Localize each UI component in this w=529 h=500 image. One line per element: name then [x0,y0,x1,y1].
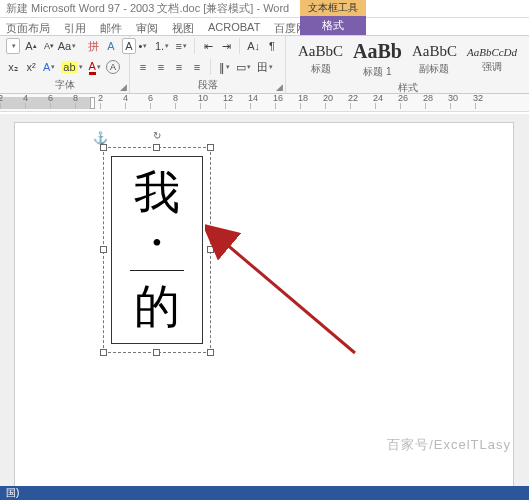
tab-references[interactable]: 引用 [64,21,86,36]
numbering-button[interactable]: 1.▾ [154,38,170,54]
text-line-2: 的 [134,284,180,330]
font-dialog-launcher-icon[interactable]: ◢ [120,82,127,92]
sort-button[interactable]: A↓ [246,38,261,54]
text-dot: • [152,229,162,257]
align-center-button[interactable]: ≡ [154,59,168,75]
window-title: 新建 Microsoft Word 97 - 2003 文档.doc [兼容模式… [6,1,289,16]
ruler-tick [425,103,450,109]
style-item-subtitle[interactable]: AaBbC 副标题 [412,43,457,76]
align-left-button[interactable]: ≡ [136,59,150,75]
status-bar: 国) [0,486,529,500]
highlight-button[interactable]: ab▾ [60,59,83,75]
resize-handle-top-left[interactable] [100,144,107,151]
ruler-tick [225,103,250,109]
increase-indent-button[interactable]: ⇥ [219,38,233,54]
ruler-tick [200,103,225,109]
horizontal-ruler[interactable] [0,94,529,112]
ruler-tick [175,103,200,109]
tab-view[interactable]: 视图 [172,21,194,36]
ruler-tick [350,103,375,109]
paragraph-dialog-launcher-icon[interactable]: ◢ [276,82,283,92]
style-item-title[interactable]: AaBbC 标题 [298,43,343,76]
phonetic-guide-button[interactable]: 拼 [86,38,100,54]
chevron-down-icon: ▾ [12,42,16,50]
justify-button[interactable]: ≡ [190,59,204,75]
font-size-dropdown[interactable]: ▾ [6,38,20,54]
document-area: ⚓ ↻ 我 • 的 百家号 [0,114,529,486]
text-box[interactable]: ↻ 我 • 的 [103,147,211,353]
font-color-button[interactable]: A▾ [88,59,102,75]
subscript-button[interactable]: x₂ [6,59,20,75]
superscript-button[interactable]: x² [24,59,38,75]
text-box-content[interactable]: 我 • 的 [111,156,202,344]
ribbon: ▾ A▴ A▾ Aa▾ 拼 A A x₂ x² A▾ ab▾ A▾ A 字体 ◢… [0,36,529,94]
annotation-arrow-icon [205,223,375,373]
resize-handle-mid-right[interactable] [207,246,214,253]
grow-font-button[interactable]: A▴ [24,38,38,54]
resize-handle-bottom-mid[interactable] [153,349,160,356]
enclose-char-button[interactable]: A [106,60,120,74]
resize-handle-mid-left[interactable] [100,246,107,253]
clear-format-button[interactable]: A [104,38,118,54]
bullets-button[interactable]: •▾ [136,38,150,54]
contextual-tab-group: 文本框工具 格式 [300,0,366,35]
ruler-tick [150,103,175,109]
ruler-tick [475,103,500,109]
change-case-button[interactable]: Aa▾ [60,38,74,54]
style-item-emphasis[interactable]: AaBbCcDd 强调 [467,46,517,74]
decrease-indent-button[interactable]: ⇤ [201,38,215,54]
ribbon-tabs: 页面布局 引用 邮件 审阅 视图 ACROBAT 百度网盘 [0,18,529,36]
show-marks-button[interactable]: ¶ [265,38,279,54]
tab-review[interactable]: 审阅 [136,21,158,36]
text-line-1: 我 [134,170,180,216]
ruler-tick [400,103,425,109]
group-paragraph: •▾ 1.▾ ≡▾ ⇤ ⇥ A↓ ¶ ≡ ≡ ≡ ≡ ‖▾ ▭▾ 田▾ 段落 ◢ [130,36,286,93]
ruler-tick [125,103,150,109]
resize-handle-bottom-left[interactable] [100,349,107,356]
contextual-tab-format[interactable]: 格式 [300,16,366,35]
resize-handle-top-mid[interactable] [153,144,160,151]
group-label-font: 字体 [6,78,123,92]
svg-line-0 [225,243,355,353]
ruler-tick [325,103,350,109]
style-gallery[interactable]: AaBbC 标题 AaBb 标题 1 AaBbC 副标题 AaBbCcDd 强调 [292,38,523,81]
shrink-font-button[interactable]: A▾ [42,38,56,54]
group-label-styles: 样式 [292,81,523,95]
page[interactable]: ⚓ ↻ 我 • 的 [14,122,514,486]
ruler-tick [300,103,325,109]
text-line-divider [130,270,183,271]
align-right-button[interactable]: ≡ [172,59,186,75]
resize-handle-top-right[interactable] [207,144,214,151]
resize-handle-bottom-right[interactable] [207,349,214,356]
group-styles: AaBbC 标题 AaBb 标题 1 AaBbC 副标题 AaBbCcDd 强调… [286,36,529,93]
style-item-heading1[interactable]: AaBb 标题 1 [353,40,402,79]
ruler-tick [0,103,25,109]
ruler-tick [25,103,50,109]
group-font: ▾ A▴ A▾ Aa▾ 拼 A A x₂ x² A▾ ab▾ A▾ A 字体 ◢ [0,36,130,93]
shading-button[interactable]: ▭▾ [235,59,252,75]
status-language[interactable]: 国) [6,486,19,500]
ruler-tick [100,103,125,109]
ruler-tick [275,103,300,109]
tab-acrobat[interactable]: ACROBAT [208,21,260,33]
ruler-tick [50,103,75,109]
multilevel-button[interactable]: ≡▾ [174,38,188,54]
title-bar: 新建 Microsoft Word 97 - 2003 文档.doc [兼容模式… [0,0,529,18]
group-label-paragraph: 段落 [136,78,279,92]
watermark-text: 百家号/ExcelTLasy [387,436,511,454]
ruler-tick [375,103,400,109]
tab-mailings[interactable]: 邮件 [100,21,122,36]
rotate-handle-icon[interactable]: ↻ [153,130,161,141]
text-effects-button[interactable]: A▾ [42,59,56,75]
tab-page-layout[interactable]: 页面布局 [6,21,50,36]
ruler-tick [250,103,275,109]
line-spacing-button[interactable]: ‖▾ [217,59,231,75]
ruler-tick [450,103,475,109]
anchor-icon: ⚓ [93,131,108,145]
ruler-tick [75,103,100,109]
borders-button[interactable]: 田▾ [256,59,274,75]
contextual-group-title: 文本框工具 [300,0,366,16]
